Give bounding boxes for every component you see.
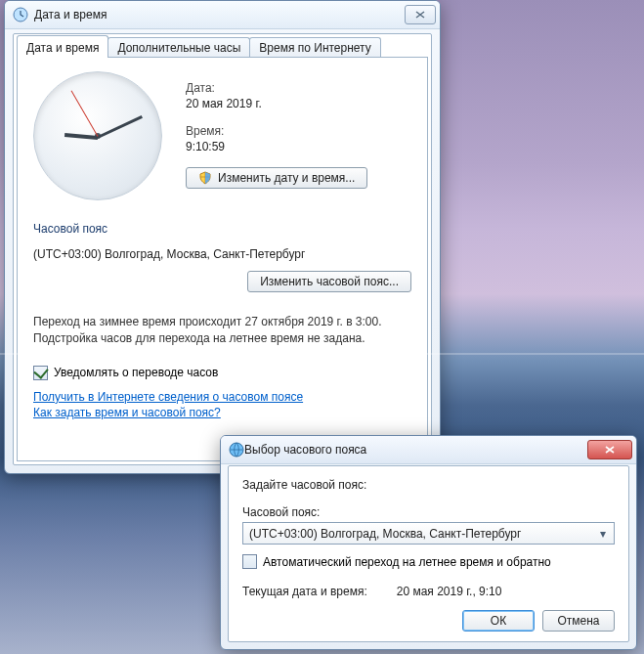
minute-hand — [97, 115, 143, 139]
analog-clock — [33, 71, 162, 200]
window-title: Дата и время — [34, 8, 402, 22]
dropdown-label: Часовой пояс: — [242, 505, 615, 519]
auto-dst-label: Автоматический переход на летнее время и… — [263, 555, 551, 569]
hour-hand — [64, 133, 98, 140]
timezone-value: (UTC+03:00) Волгоград, Москва, Санкт-Пет… — [33, 247, 411, 261]
tab-internet-time[interactable]: Время по Интернету — [249, 37, 380, 58]
timezone-dialog: Выбор часового пояса Задайте часовой поя… — [220, 435, 637, 650]
client-area: Дата и время Дополнительные часы Время п… — [13, 33, 432, 465]
dialog-client: Задайте часовой пояс: Часовой пояс: (UTC… — [228, 465, 629, 642]
change-date-time-label: Изменить дату и время... — [218, 171, 355, 185]
tab-date-time[interactable]: Дата и время — [17, 35, 108, 58]
tab-additional-clocks[interactable]: Дополнительные часы — [107, 37, 250, 58]
globe-icon — [229, 442, 244, 458]
titlebar[interactable]: Выбор часового пояса — [221, 436, 636, 464]
change-timezone-button[interactable]: Изменить часовой пояс... — [247, 271, 411, 292]
date-label: Дата: — [186, 81, 367, 95]
second-hand — [71, 90, 99, 136]
time-label: Время: — [186, 124, 367, 138]
chevron-down-icon: ▾ — [596, 527, 610, 541]
notify-dst-checkbox[interactable] — [33, 366, 48, 380]
tab-strip: Дата и время Дополнительные часы Время п… — [14, 35, 431, 58]
titlebar[interactable]: Дата и время — [5, 1, 440, 29]
cancel-label: Отмена — [557, 614, 599, 628]
clock-icon — [13, 7, 28, 22]
close-icon — [605, 446, 615, 454]
tab-panel: Дата: 20 мая 2019 г. Время: 9:10:59 Изме… — [17, 57, 428, 461]
current-datetime-value: 20 мая 2019 г., 9:10 — [397, 585, 502, 598]
notify-dst-label: Уведомлять о переводе часов — [54, 366, 218, 379]
close-icon — [415, 11, 425, 19]
ok-label: ОК — [491, 614, 506, 628]
shield-icon — [198, 171, 212, 185]
auto-dst-checkbox[interactable] — [242, 554, 257, 569]
ok-button[interactable]: ОК — [462, 610, 535, 632]
timezone-dropdown-value: (UTC+03:00) Волгоград, Москва, Санкт-Пет… — [249, 527, 596, 541]
current-datetime-label: Текущая дата и время: — [242, 585, 367, 598]
date-value: 20 мая 2019 г. — [186, 97, 367, 110]
timezone-heading: Часовой пояс — [33, 222, 411, 236]
change-timezone-label: Изменить часовой пояс... — [260, 275, 399, 288]
dst-info-text: Переход на зимнее время происходит 27 ок… — [33, 314, 411, 348]
timezone-dropdown[interactable]: (UTC+03:00) Волгоград, Москва, Санкт-Пет… — [242, 522, 615, 545]
howto-link[interactable]: Как задать время и часовой пояс? — [33, 406, 411, 419]
dialog-title: Выбор часового пояса — [244, 443, 584, 457]
close-button[interactable] — [587, 440, 632, 459]
close-button[interactable] — [405, 5, 436, 24]
time-value: 9:10:59 — [186, 140, 367, 153]
dialog-prompt: Задайте часовой пояс: — [242, 478, 615, 492]
change-date-time-button[interactable]: Изменить дату и время... — [186, 167, 367, 189]
cancel-button[interactable]: Отмена — [542, 610, 615, 632]
date-time-window: Дата и время Дата и время Дополнительные… — [4, 0, 441, 474]
tz-info-link[interactable]: Получить в Интернете сведения о часовом … — [33, 390, 411, 404]
